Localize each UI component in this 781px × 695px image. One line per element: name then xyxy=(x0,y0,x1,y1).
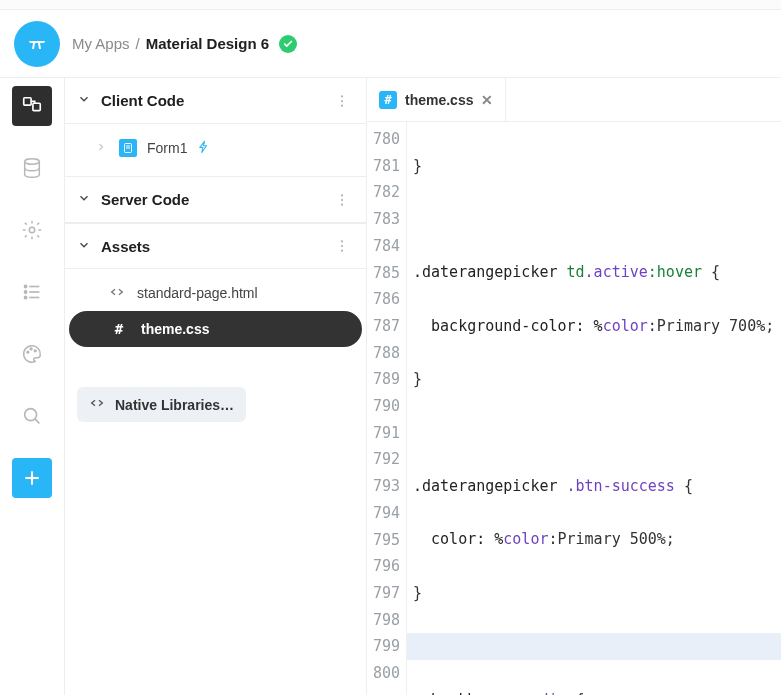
tab-label: theme.css xyxy=(405,92,473,108)
code-content[interactable]: } .daterangepicker td.active:hover { bac… xyxy=(407,122,781,695)
chevron-down-icon xyxy=(77,191,91,208)
native-libs-label: Native Libraries… xyxy=(115,397,234,413)
breadcrumb-root[interactable]: My Apps xyxy=(72,35,130,52)
asset-label: standard-page.html xyxy=(137,285,258,301)
close-icon[interactable]: ✕ xyxy=(481,92,493,108)
svg-point-27 xyxy=(341,245,343,247)
svg-rect-0 xyxy=(24,98,31,105)
svg-point-6 xyxy=(24,296,26,298)
asset-standard-page[interactable]: standard-page.html xyxy=(65,275,366,311)
file-form1[interactable]: Form1 xyxy=(65,130,366,166)
kebab-icon[interactable] xyxy=(330,89,354,113)
asset-label: theme.css xyxy=(141,321,209,337)
rail-theme[interactable] xyxy=(12,334,52,374)
svg-rect-1 xyxy=(33,103,40,110)
breadcrumb: My Apps / Material Design 6 xyxy=(72,35,297,53)
anvil-logo xyxy=(14,21,60,67)
rail-add-button[interactable] xyxy=(12,458,52,498)
code-icon xyxy=(89,395,105,414)
code-editor[interactable]: 780 781 782 783 784 785 786 787 788 789 … xyxy=(367,122,781,695)
editor-tabs: # theme.css ✕ xyxy=(367,78,781,122)
svg-line-14 xyxy=(35,419,39,423)
explorer-sidebar: Client Code Form1 xyxy=(64,78,367,695)
svg-point-12 xyxy=(34,350,36,352)
svg-point-2 xyxy=(25,159,40,165)
svg-point-3 xyxy=(29,227,35,233)
kebab-icon[interactable] xyxy=(330,188,354,212)
app-header: My Apps / Material Design 6 xyxy=(0,10,781,78)
chevron-down-icon xyxy=(77,92,91,109)
section-title: Client Code xyxy=(101,92,330,109)
file-label: Form1 xyxy=(147,140,187,156)
editor-area: # theme.css ✕ 780 781 782 783 784 785 78… xyxy=(367,78,781,695)
svg-point-4 xyxy=(24,285,26,287)
svg-point-26 xyxy=(341,240,343,242)
rail-database[interactable] xyxy=(12,148,52,188)
svg-point-19 xyxy=(341,104,343,106)
svg-point-23 xyxy=(341,194,343,196)
nav-rail xyxy=(0,78,64,695)
svg-point-11 xyxy=(30,348,32,350)
chevron-right-icon xyxy=(95,140,109,156)
lightning-icon xyxy=(197,140,211,157)
asset-theme-css[interactable]: # theme.css xyxy=(69,311,362,347)
chevron-down-icon xyxy=(77,238,91,255)
hash-icon: # xyxy=(109,319,129,339)
svg-point-13 xyxy=(25,409,37,421)
form-icon xyxy=(119,139,137,157)
svg-point-28 xyxy=(341,250,343,252)
line-gutter: 780 781 782 783 784 785 786 787 788 789 … xyxy=(367,122,407,695)
section-title: Server Code xyxy=(101,191,330,208)
svg-point-25 xyxy=(341,203,343,205)
kebab-icon[interactable] xyxy=(330,234,354,258)
section-title: Assets xyxy=(101,238,330,255)
svg-point-18 xyxy=(341,99,343,101)
rail-outline[interactable] xyxy=(12,272,52,312)
native-libraries-chip[interactable]: Native Libraries… xyxy=(77,387,246,422)
rail-search[interactable] xyxy=(12,396,52,436)
rail-settings[interactable] xyxy=(12,210,52,250)
breadcrumb-sep: / xyxy=(136,35,140,52)
section-client-code[interactable]: Client Code xyxy=(65,78,366,124)
section-server-code[interactable]: Server Code xyxy=(65,177,366,223)
svg-point-10 xyxy=(27,351,29,353)
section-assets[interactable]: Assets xyxy=(65,223,366,269)
rail-explorer[interactable] xyxy=(12,86,52,126)
saved-check-icon xyxy=(279,35,297,53)
tab-theme-css[interactable]: # theme.css ✕ xyxy=(367,78,506,121)
svg-point-17 xyxy=(341,95,343,97)
code-icon xyxy=(109,284,125,303)
svg-point-24 xyxy=(341,198,343,200)
svg-point-5 xyxy=(24,291,26,293)
hash-icon: # xyxy=(379,91,397,109)
breadcrumb-app[interactable]: Material Design 6 xyxy=(146,35,269,52)
